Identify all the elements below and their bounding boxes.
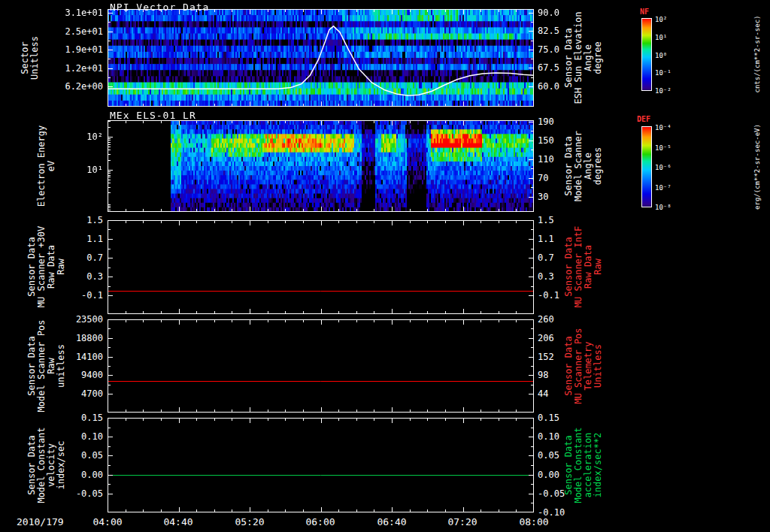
panel-1-right-axis-label: Sensor Data ESH Sun Elevation Angle degr… [564,12,603,104]
panel-1-left-tick-label: 3.1e+01 [0,8,103,18]
panel-3-left-tick-label: -0.1 [0,290,103,301]
panel-3-right-tick-label: -0.1 [538,290,559,301]
panel-1-right-tick-label: 82.5 [538,26,559,36]
panel-2-left-tick-label: 10¹ [0,165,103,175]
panel-5-right-tick-label: 0.10 [538,431,559,442]
colorbar-2-tick-label: 10⁻⁶ [655,162,671,173]
panel-4-left-tick-label: 14100 [0,352,103,362]
panel-5-left-tick-label: 0.05 [0,450,103,461]
panel-5-right-axis-label: Sensor Data Model Constant acceleration … [564,427,603,503]
panel-1-right-tick-label: 75.0 [538,44,559,55]
panel-5-line-plot [108,418,534,512]
colorbar-1-tick-label: 10⁰ [655,50,667,61]
colorbar-2-tick-label: 10⁻⁸ [655,202,671,213]
colorbar-2-tick-label: 10⁻⁵ [655,143,671,153]
panel-5-left-tick-label: 0.10 [0,431,103,442]
panel-5-right-tick-label: -0.05 [538,488,565,499]
panel-3-line-plot [108,220,534,314]
panel-2-right-axis-label: Sensor Data Model Scanner Angle degrees [564,131,603,201]
panel-2-left-tick-label: 10² [0,131,103,142]
x-tick-label: 06:40 [377,516,406,527]
panel-4-left-tick-label: 23500 [0,314,103,325]
panel-3-right-axis-label: Sensor Data MU Scanner IntF Raw Data Raw [564,226,603,307]
colorbar-def-title: DEF [637,115,650,123]
panel-2-right-tick-label: 110 [538,154,554,165]
panel-1-npi-spectrogram [108,9,534,107]
panel-4-right-axis-label: Sensor Data MU Scanner Pos Telemetry Uni… [564,328,603,404]
panel-5-right-tick-label: 0.05 [538,450,559,461]
colorbar-1-tick-label: 10⁻² [655,86,671,96]
panel-5-left-tick-label: -0.05 [0,488,103,499]
colorbar-1-tick-label: 10⁻¹ [655,68,671,78]
x-axis-date-label: 2010/179 [17,516,64,527]
panel-1-left-tick-label: 1.2e+01 [0,63,103,74]
panel-3-left-tick-label: 1.1 [0,234,103,244]
panel-1-right-tick-label: 60.0 [538,81,559,92]
panel-2-title: MEx ELS-01 LR [110,110,196,121]
panel-4-left-tick-label: 18800 [0,333,103,343]
panel-3-right-tick-label: 1.5 [538,215,554,225]
colorbar-1-tick-label: 10¹ [655,32,667,43]
panel-3-right-tick-label: 0.7 [538,252,554,263]
panel-4-left-tick-label: 4700 [0,388,103,399]
panel-5-left-tick-label: 0.15 [0,413,103,423]
colorbar-2-tick-label: 10⁻⁷ [655,183,671,193]
panel-1-right-tick-label: 90.0 [538,8,559,18]
panel-3-left-tick-label: 1.5 [0,215,103,225]
colorbar-2-tick-label: 10⁻⁴ [655,122,671,133]
science-plot-screen: NPI Vector Data MEx ELS-01 LR Sector Uni… [0,0,770,532]
colorbar-nf [641,18,652,91]
panel-1-left-tick-label: 1.9e+01 [0,44,103,55]
panel-5-right-tick-label: 0.15 [538,413,559,423]
panel-3-left-tick-label: 0.3 [0,271,103,282]
panel-2-els-spectrogram [108,120,534,212]
panel-5-right-tick-label: 0.00 [538,470,559,480]
colorbar-1-tick-label: 10² [655,14,667,25]
panel-3-right-tick-label: 0.3 [538,271,554,282]
panel-4-left-tick-label: 9400 [0,370,103,380]
panel-4-right-tick-label: 206 [538,333,554,343]
panel-2-right-tick-label: 70 [538,173,548,183]
x-tick-label: 05:20 [235,516,264,527]
panel-1-right-tick-label: 67.5 [538,62,559,73]
panel-5-right-tick-label: -0.10 [538,507,565,518]
panel-4-line-plot [108,319,534,413]
panel-2-right-tick-label: 150 [538,135,554,146]
panel-2-right-tick-label: 190 [538,116,554,127]
colorbar-nf-unit-label: cnts/(cm**2-sr-sec) [753,16,761,93]
x-tick-label: 04:00 [92,516,122,527]
panel-3-right-tick-label: 1.1 [538,234,554,244]
panel-3-left-tick-label: 0.7 [0,252,103,263]
colorbar-def [641,126,652,207]
panel-4-right-tick-label: 98 [538,370,548,380]
panel-4-right-tick-label: 44 [538,388,548,399]
panel-4-right-tick-label: 152 [538,352,554,362]
panel-1-title: NPI Vector Data [110,2,209,13]
colorbar-nf-title: NF [640,8,649,16]
panel-4-right-tick-label: 260 [538,314,554,325]
x-tick-label: 07:20 [447,516,477,527]
x-tick-label: 06:00 [305,516,335,527]
panel-1-left-tick-label: 2.5e+01 [0,26,103,37]
panel-2-right-tick-label: 30 [538,192,548,202]
colorbar-def-unit-label: erg/(cm**2-sr-sec-eV) [753,124,761,210]
x-tick-label: 04:40 [163,516,192,527]
x-tick-label: 08:00 [519,516,548,527]
panel-1-left-tick-label: 6.2e+00 [0,81,103,92]
panel-5-left-tick-label: 0.00 [0,470,103,480]
